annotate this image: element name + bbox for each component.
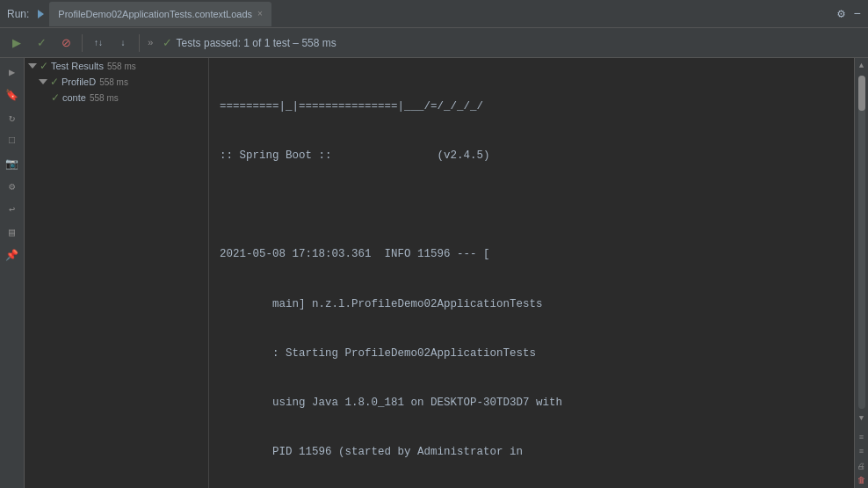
child1-check-icon: ✓ bbox=[50, 76, 59, 88]
collapse-arrow-icon bbox=[28, 63, 37, 69]
log-line-4: 2021-05-08 17:18:03.361 INFO 11596 --- [ bbox=[220, 246, 843, 263]
log-line-1: =========|_|===============|___/=/_/_/_/ bbox=[220, 98, 843, 115]
extra-btn-4[interactable]: 🗑 bbox=[856, 474, 868, 486]
run-label: Run: bbox=[7, 8, 29, 20]
check-button[interactable]: ✓ bbox=[30, 32, 53, 55]
sort-desc-button[interactable]: ↓ bbox=[112, 32, 134, 55]
pass-check-icon: ✓ bbox=[163, 36, 172, 49]
child1-node-time: 558 ms bbox=[99, 77, 128, 87]
log-line-8: PID 11596 (started by Administrator in bbox=[220, 444, 843, 461]
refresh-side-icon[interactable]: ↻ bbox=[2, 107, 23, 128]
main-area: ▶ 🔖 ↻ □ 📷 ⚙ ↩ ▤ 📌 ✓ Test Results 558 ms … bbox=[0, 58, 868, 488]
child1-collapse-arrow-icon bbox=[39, 79, 47, 84]
import-side-icon[interactable]: ↩ bbox=[2, 199, 23, 220]
camera-side-icon[interactable]: 📷 bbox=[2, 153, 23, 174]
extra-btn-1[interactable]: ≡ bbox=[856, 432, 868, 444]
run-tab[interactable]: ProfileDemo02ApplicationTests.contextLoa… bbox=[49, 2, 271, 26]
tab-close-button[interactable]: × bbox=[257, 9, 263, 18]
stop-button[interactable]: ⊘ bbox=[54, 32, 77, 55]
side-icons-panel: ▶ 🔖 ↻ □ 📷 ⚙ ↩ ▤ 📌 bbox=[0, 58, 25, 488]
child2-check-icon: ✓ bbox=[51, 91, 60, 104]
run-button[interactable]: ▶ bbox=[5, 32, 28, 55]
root-node-label: Test Results bbox=[51, 61, 104, 71]
log-output: =========|_|===============|___/=/_/_/_/… bbox=[209, 58, 854, 488]
bookmark-side-icon[interactable]: 🔖 bbox=[2, 84, 23, 106]
toolbar-separator-1 bbox=[82, 34, 83, 52]
log-line-6: : Starting ProfileDemo02ApplicationTests bbox=[220, 346, 843, 362]
settings-icon[interactable]: ⚙ bbox=[837, 6, 844, 21]
scroll-thumb[interactable] bbox=[858, 76, 865, 111]
child2-node-label: conte bbox=[62, 92, 86, 103]
square-side-icon[interactable]: □ bbox=[2, 130, 23, 151]
sort-asc-button[interactable]: ↑↓ bbox=[87, 32, 110, 55]
scroll-up-button[interactable]: ▲ bbox=[856, 60, 868, 72]
test-root-node[interactable]: ✓ Test Results 558 ms bbox=[25, 58, 208, 74]
toolbar: ▶ ✓ ⊘ ↑↓ ↓ » ✓ Tests passed: 1 of 1 test… bbox=[0, 28, 868, 58]
scroll-down-button[interactable]: ▼ bbox=[856, 412, 868, 425]
log-line-3 bbox=[220, 197, 843, 214]
pass-badge: ✓ Tests passed: 1 of 1 test – 558 ms bbox=[163, 36, 336, 49]
minimize-icon[interactable]: − bbox=[854, 7, 861, 21]
wrench-side-icon[interactable]: ⚙ bbox=[2, 176, 23, 197]
more-actions-icon[interactable]: » bbox=[144, 38, 157, 48]
extra-btn-3[interactable]: 🖨 bbox=[856, 460, 868, 472]
test-results-panel: ✓ Test Results 558 ms ✓ ProfileD 558 ms … bbox=[25, 58, 209, 488]
log-line-5: main] n.z.l.ProfileDemo02ApplicationTest… bbox=[220, 296, 843, 313]
run-side-icon[interactable]: ▶ bbox=[2, 62, 23, 83]
pass-text: Tests passed: 1 of 1 test – 558 ms bbox=[177, 37, 336, 49]
layers-side-icon[interactable]: ▤ bbox=[2, 222, 23, 243]
root-node-time: 558 ms bbox=[107, 62, 136, 71]
log-line-7: using Java 1.8.0_181 on DESKTOP-30TD3D7 … bbox=[220, 395, 843, 412]
child2-node-time: 558 ms bbox=[90, 93, 119, 103]
root-check-icon: ✓ bbox=[40, 60, 48, 72]
right-scrollbar[interactable]: ▲ ▼ ≡ ≡ 🖨 🗑 bbox=[854, 58, 868, 488]
run-triangle-icon bbox=[38, 10, 44, 18]
tab-title: ProfileDemo02ApplicationTests.contextLoa… bbox=[58, 9, 252, 19]
pin-side-icon[interactable]: 📌 bbox=[2, 244, 23, 266]
scroll-track[interactable] bbox=[858, 76, 865, 409]
test-child1-node[interactable]: ✓ ProfileD 558 ms bbox=[25, 74, 208, 90]
extra-btn-2[interactable]: ≡ bbox=[856, 446, 868, 458]
test-child2-node[interactable]: ✓ conte 558 ms bbox=[25, 90, 208, 106]
child1-node-label: ProfileD bbox=[61, 76, 96, 87]
top-bar: Run: ProfileDemo02ApplicationTests.conte… bbox=[0, 0, 868, 28]
toolbar-separator-2 bbox=[139, 34, 140, 52]
log-line-2: :: Spring Boot :: (v2.4.5) bbox=[220, 148, 843, 164]
